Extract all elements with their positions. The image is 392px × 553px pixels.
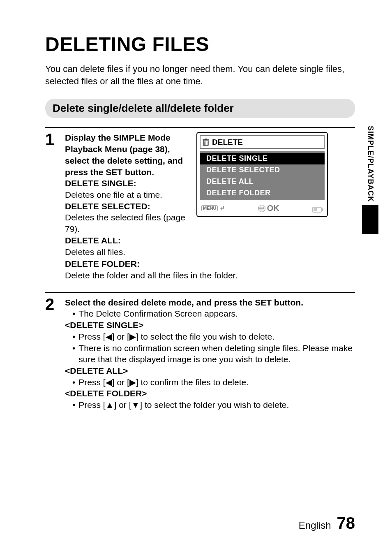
svg-rect-2 — [205, 139, 207, 139]
menu-option-delete-single[interactable]: DELETE SINGLE — [200, 153, 325, 164]
menu-option-delete-folder[interactable]: DELETE FOLDER — [200, 187, 325, 199]
step1-lead: Display the SIMPLE Mode Playback Menu (p… — [65, 133, 183, 176]
svg-rect-1 — [203, 139, 209, 140]
side-tab-marker — [362, 205, 378, 234]
step2-group0-bullet0: Press [◀] or [▶] to select the file you … — [78, 331, 355, 342]
bullet-dot: • — [72, 377, 75, 388]
menu-title: DELETE — [212, 137, 243, 147]
step1-item0-desc: Deletes one file at a time. — [65, 190, 162, 199]
intro-text: You can delete files if you no longer ne… — [45, 63, 355, 87]
step1-item2-desc: Deletes all files. — [65, 247, 125, 257]
step2-group1-bullet0: Press [◀] or [▶] to confirm the files to… — [78, 377, 355, 388]
page-footer: English 78 — [299, 514, 355, 532]
bullet-dot: • — [72, 399, 75, 411]
battery-icon — [312, 206, 323, 211]
bullet-dot: • — [72, 331, 75, 342]
menu-options: DELETE SINGLE DELETE SELECTED DELETE ALL… — [200, 151, 325, 200]
side-tab-label: SIMPLE/PLAYBACK — [364, 123, 376, 204]
footer-language: English — [299, 520, 331, 531]
return-arrow-icon: ⤶ — [219, 204, 225, 213]
bullet-dot: • — [72, 308, 75, 319]
step1-item3-label: DELETE FOLDER: — [65, 259, 140, 268]
menu-option-delete-selected[interactable]: DELETE SELECTED — [200, 164, 325, 176]
delete-menu-screen: DELETE DELETE SINGLE DELETE SELECTED DEL… — [196, 132, 328, 217]
step1-item3-desc: Delete the folder and all the files in t… — [65, 271, 238, 280]
step1-item1-desc: Deletes the selected files (page 79). — [65, 213, 185, 234]
bullet-dot: • — [72, 342, 75, 365]
step2-group0-bullet1: There is no confirmation screen when del… — [78, 342, 355, 365]
step2-group2-bullet0: Press [▲] or [▼] to select the folder yo… — [78, 399, 355, 411]
step2-group0-heading: <DELETE SINGLE> — [65, 320, 143, 330]
step1-item0-label: DELETE SINGLE: — [65, 178, 136, 188]
side-tab: SIMPLE/PLAYBACK — [361, 123, 380, 238]
step2-group1-heading: <DELETE ALL> — [65, 366, 128, 375]
menu-back-badge[interactable]: MENU — [201, 205, 218, 211]
section-heading: Delete single/delete all/delete folder — [45, 99, 355, 118]
menu-option-delete-all[interactable]: DELETE ALL — [200, 176, 325, 187]
menu-ok-label: OK — [267, 203, 279, 213]
page-title: DELETING FILES — [45, 33, 355, 56]
set-icon[interactable]: SET — [258, 205, 265, 212]
step-1: 1 Display the SIMPLE Mode Playback Menu … — [45, 127, 355, 281]
step-number: 2 — [45, 297, 57, 312]
footer-page-number: 78 — [337, 514, 355, 532]
menu-title-row: DELETE — [200, 135, 325, 149]
svg-rect-8 — [314, 208, 317, 211]
step-number: 1 — [45, 132, 57, 147]
step2-lead: Select the desired delete mode, and pres… — [65, 298, 303, 307]
step1-item1-label: DELETE SELECTED: — [65, 201, 150, 211]
trash-icon — [202, 138, 210, 146]
menu-footer: MENU ⤶ SET OK — [200, 200, 325, 213]
svg-rect-7 — [322, 208, 323, 211]
step1-item2-label: DELETE ALL: — [65, 236, 121, 245]
step2-lead-bullet: The Delete Confirmation Screen appears. — [78, 308, 355, 319]
step-2: 2 Select the desired delete mode, and pr… — [45, 292, 355, 411]
step2-group2-heading: <DELETE FOLDER> — [65, 389, 147, 398]
